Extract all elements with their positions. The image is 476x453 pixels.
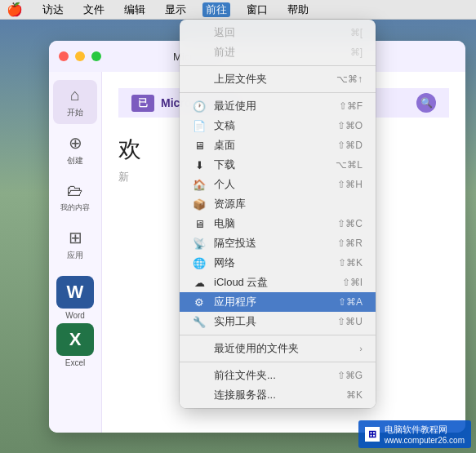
menu-shortcut: ⇧⌘D (337, 140, 363, 151)
menubar-help[interactable]: 帮助 (284, 2, 312, 17)
menu-item-前往文件夹[interactable]: 前往文件夹...⇧⌘G (180, 366, 376, 385)
menu-item-label: 个人 (214, 177, 235, 192)
menubar-finder[interactable]: 访达 (39, 2, 67, 17)
menu-item-label: 桌面 (214, 138, 235, 153)
menu-shortcut: ⌥⌘↑ (336, 73, 363, 85)
menu-item-label: 最近使用 (214, 99, 256, 113)
menu-item-资源库[interactable]: 📦资源库 (180, 194, 376, 214)
menu-item-label: iCloud 云盘 (214, 275, 268, 290)
menu-item-icon: 🔧 (193, 316, 206, 328)
apps-icon: ⊞ (69, 228, 82, 247)
sidebar-word[interactable]: W Word (53, 276, 97, 320)
menu-shortcut: ⌥⌘L (336, 159, 363, 171)
menu-item-label: 文稿 (214, 118, 235, 133)
watermark: ⊞ 电脑软件教程网 www.computer26.com (358, 420, 471, 448)
menu-shortcut: ⌘K (346, 389, 363, 401)
menu-item-label: 上层文件夹 (214, 72, 267, 87)
sidebar-apps[interactable]: ⊞ 应用 (53, 222, 97, 266)
menu-item-实用工具[interactable]: 🔧实用工具⇧⌘U (180, 312, 376, 331)
excel-icon: X (56, 323, 94, 356)
menubar-view[interactable]: 显示 (162, 2, 189, 17)
sidebar-excel-label: Excel (65, 358, 85, 367)
sidebar-myfiles[interactable]: 🗁 我的内容 (53, 175, 97, 219)
menu-shortcut: ⇧⌘K (338, 257, 363, 269)
menu-shortcut: ⇧⌘C (337, 218, 363, 229)
menu-item-label: 前往文件夹... (214, 368, 276, 383)
menu-item-网络[interactable]: 🌐网络⇧⌘K (180, 253, 376, 273)
menu-item-label: 下载 (214, 158, 235, 172)
menu-item-icon: ☁ (193, 277, 206, 289)
menu-item-label: 资源库 (214, 197, 246, 211)
menu-item-icon: 📦 (193, 198, 206, 211)
menubar: 🍎 访达 文件 编辑 显示 前往 窗口 帮助 (0, 0, 476, 20)
menu-shortcut: ⇧⌘I (342, 277, 363, 288)
menu-item-下载[interactable]: ⬇下载⌥⌘L (180, 155, 376, 175)
menu-item-个人[interactable]: 🏠个人⇧⌘H (180, 175, 376, 194)
word-icon: W (56, 276, 94, 309)
menu-item-label: 隔空投送 (214, 236, 256, 251)
menu-item-iCloud-云盘[interactable]: ☁iCloud 云盘⇧⌘I (180, 273, 376, 292)
go-dropdown-menu: 返回⌘[前进⌘]上层文件夹⌥⌘↑🕐最近使用⇧⌘F📄文稿⇧⌘O🖥桌面⇧⌘D⬇下载⌥… (180, 20, 376, 408)
ms365-badge: 已 (131, 95, 154, 112)
menu-item-label: 返回 (214, 25, 235, 40)
menu-shortcut: ⇧⌘F (339, 100, 363, 112)
close-button[interactable] (59, 51, 69, 61)
apple-menu-icon[interactable]: 🍎 (7, 2, 23, 17)
menu-item-label: 连接服务器... (214, 388, 276, 402)
menu-item-最近使用的文件夹[interactable]: 最近使用的文件夹› (180, 339, 376, 358)
folder-icon: 🗁 (67, 181, 83, 200)
menu-item-最近使用[interactable]: 🕐最近使用⇧⌘F (180, 96, 376, 116)
menu-separator (180, 92, 376, 93)
windows-logo: ⊞ (365, 427, 380, 442)
menu-item-icon: 🏠 (193, 179, 206, 191)
menu-item-icon: ⬇ (193, 159, 206, 171)
menubar-file[interactable]: 文件 (80, 2, 108, 17)
menu-shortcut: ⇧⌘O (337, 120, 363, 131)
menu-item-label: 电脑 (214, 216, 235, 231)
sidebar-apps-label: 应用 (67, 250, 83, 261)
sidebar-create[interactable]: ⊕ 创建 (53, 127, 97, 171)
menu-item-label: 实用工具 (214, 314, 256, 329)
sidebar-start-label: 开始 (67, 107, 83, 118)
ms365-search-button[interactable]: 🔍 (416, 93, 436, 113)
menu-item-电脑[interactable]: 🖥电脑⇧⌘C (180, 214, 376, 233)
menubar-edit[interactable]: 编辑 (121, 2, 149, 17)
menu-shortcut: ⌘] (350, 47, 363, 58)
menubar-go[interactable]: 前往 (202, 2, 230, 17)
menu-item-前进: 前进⌘] (180, 42, 376, 62)
sidebar-create-label: 创建 (67, 155, 83, 167)
ms365-sidebar: ⌂ 开始 ⊕ 创建 🗁 我的内容 ⊞ 应用 W Word X (49, 72, 102, 433)
home-icon: ⌂ (70, 86, 80, 104)
menu-item-icon: 📡 (193, 238, 206, 250)
submenu-arrow-icon: › (359, 344, 363, 353)
menu-item-icon: ⚙ (193, 296, 206, 309)
menu-separator (180, 362, 376, 362)
sidebar-start[interactable]: ⌂ 开始 (53, 80, 97, 124)
menu-item-桌面[interactable]: 🖥桌面⇧⌘D (180, 135, 376, 155)
zoom-button[interactable] (91, 51, 101, 61)
menu-shortcut: ⇧⌘A (338, 296, 363, 308)
menu-item-连接服务器[interactable]: 连接服务器...⌘K (180, 385, 376, 405)
watermark-text: 电脑软件教程网 www.computer26.com (385, 424, 465, 445)
menu-item-icon: 🖥 (193, 218, 206, 230)
menu-item-上层文件夹[interactable]: 上层文件夹⌥⌘↑ (180, 69, 376, 89)
menu-shortcut: ⇧⌘R (337, 238, 363, 249)
minimize-button[interactable] (75, 51, 85, 61)
menu-item-返回: 返回⌘[ (180, 23, 376, 42)
menu-separator (180, 65, 376, 66)
menu-separator (180, 335, 376, 335)
menu-shortcut: ⌘[ (350, 27, 363, 38)
menu-item-label: 应用程序 (214, 295, 256, 309)
sidebar-excel[interactable]: X Excel (53, 323, 97, 367)
menu-item-label: 网络 (214, 255, 235, 270)
menu-item-文稿[interactable]: 📄文稿⇧⌘O (180, 116, 376, 135)
sidebar-myfiles-label: 我的内容 (60, 202, 90, 213)
menu-item-应用程序[interactable]: ⚙应用程序⇧⌘A (180, 292, 376, 312)
menu-item-label: 最近使用的文件夹 (214, 341, 299, 356)
menu-item-icon: 🕐 (193, 100, 206, 113)
menubar-window[interactable]: 窗口 (243, 2, 271, 17)
menu-item-隔空投送[interactable]: 📡隔空投送⇧⌘R (180, 233, 376, 253)
menu-shortcut: ⇧⌘U (337, 316, 363, 327)
sidebar-word-label: Word (65, 311, 85, 320)
menu-shortcut: ⇧⌘H (337, 179, 363, 190)
